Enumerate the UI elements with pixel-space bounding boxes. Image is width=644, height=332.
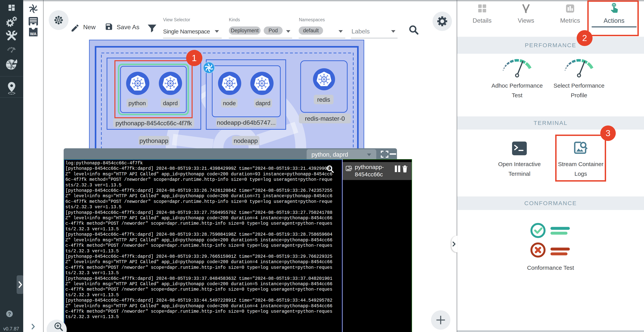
svg-text:v0.7.87: v0.7.87 <box>3 326 19 332</box>
svg-text:1: 1 <box>192 53 197 63</box>
svg-text:redis: redis <box>317 96 330 103</box>
svg-text:daprd: daprd <box>256 100 270 106</box>
svg-text:nodeapp-d64b5747...: nodeapp-d64b5747... <box>217 119 276 126</box>
svg-text:nodeapp: nodeapp <box>234 137 258 144</box>
svg-text:pythonapp-8454cc66c-4f7fk: pythonapp-8454cc66c-4f7fk <box>116 120 192 127</box>
svg-text:daprd: daprd <box>163 100 178 106</box>
svg-text:redis-master-0: redis-master-0 <box>305 115 345 122</box>
svg-text:node: node <box>223 100 236 106</box>
svg-text:pythonapp: pythonapp <box>140 137 168 144</box>
svg-text:?: ? <box>8 311 11 317</box>
svg-text:python: python <box>128 100 146 106</box>
svg-text:WA: WA <box>30 31 36 36</box>
